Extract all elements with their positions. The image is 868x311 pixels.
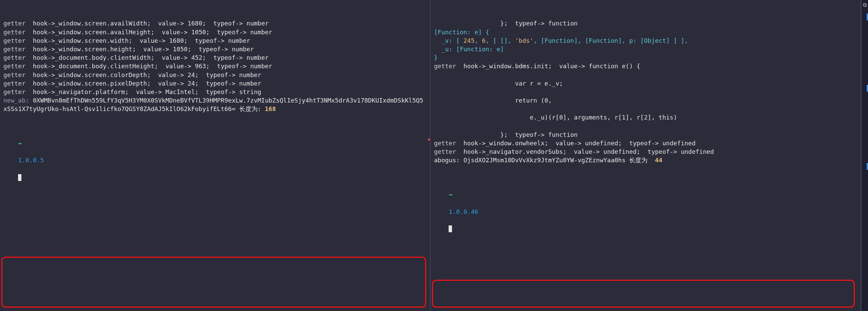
- console-token: 168: [265, 105, 276, 112]
- console-token: getter: [3, 54, 25, 61]
- console-token: [206, 20, 213, 27]
- console-token: [25, 88, 33, 95]
- terminal-pane-left[interactable]: getter hook->_window.screen.availWidth; …: [0, 0, 431, 311]
- console-token: [25, 29, 33, 36]
- console-token: [552, 62, 559, 70]
- console-token: [198, 71, 206, 78]
- console-token: typeof-> number: [217, 62, 273, 70]
- console-token: [25, 20, 33, 27]
- console-token: hook->_window.screen.availWidth;: [33, 20, 151, 27]
- console-token: , [ [],: [486, 37, 515, 44]
- console-token: value-> 24;: [158, 71, 198, 78]
- console-line: getter hook->_window.screen.pixelDepth; …: [3, 79, 427, 88]
- console-token: getter: [3, 80, 25, 87]
- console-token: OjsdXO2JMsm10DvVvXkz9JtmYZu0YW-vgZEznwYa…: [464, 157, 629, 164]
- console-token: 245: [464, 37, 475, 44]
- console-token: hook->_document.body.clientWidth;: [33, 54, 155, 61]
- terminal-output-right: }; typeof-> function[Function: e] { _v: …: [434, 19, 857, 164]
- console-token: abogus:: [434, 157, 464, 164]
- console-token: [25, 45, 33, 53]
- console-token: 0XWMBvn8mEfThDWn559LfY3qV5H3YM0X0SVkMDne…: [3, 97, 423, 112]
- console-token: ] ],: [670, 37, 688, 44]
- console-token: [210, 62, 217, 70]
- terminal-output-left: getter hook->_window.screen.availWidth; …: [3, 19, 427, 113]
- console-token: typeof-> undefined: [629, 140, 695, 147]
- console-token: 'bds': [515, 37, 533, 44]
- console-token: [198, 88, 206, 95]
- console-token: getter: [3, 29, 25, 36]
- console-token: 长度为: [629, 157, 655, 164]
- console-token: [434, 105, 438, 112]
- scroll-marker-error-icon: [428, 139, 430, 141]
- console-token: }: [434, 54, 438, 61]
- console-line: getter hook->_document.body.clientWidth;…: [3, 53, 427, 62]
- console-token: return (0,: [434, 97, 552, 104]
- console-token: value-> 1050;: [143, 45, 191, 53]
- side-panel-strip: ⧉: [861, 0, 868, 311]
- console-line: [434, 71, 857, 79]
- console-token: 6: [482, 37, 486, 44]
- console-token: getter: [3, 88, 25, 95]
- console-token: value-> 1680;: [158, 20, 206, 27]
- console-token: getter: [3, 20, 25, 27]
- console-token: getter: [434, 148, 456, 155]
- console-token: [136, 45, 143, 53]
- console-token: [456, 62, 464, 70]
- console-token: getter: [434, 140, 456, 147]
- console-token: e._u)(r[0], arguments, r[1], r[2], this): [434, 114, 677, 121]
- console-line: e._u)(r[0], arguments, r[1], r[2], this): [434, 113, 857, 122]
- console-token: [154, 29, 162, 36]
- console-line: getter hook->_window.screen.width; value…: [3, 36, 427, 45]
- cursor-icon: [449, 225, 452, 232]
- console-token: [434, 71, 438, 78]
- console-token: hook->_window.screen.colorDepth;: [33, 71, 151, 78]
- cursor-icon: [18, 174, 21, 181]
- console-token: [151, 20, 158, 27]
- console-token: hook->_document.body.clientHeight;: [33, 62, 158, 70]
- prompt-host: 1.0.0.5: [18, 157, 44, 164]
- console-token: hook->_navigator.platform;: [33, 88, 129, 95]
- console-token: [567, 148, 574, 155]
- console-line: return (0,: [434, 96, 857, 105]
- console-token: typeof-> number: [206, 71, 261, 78]
- console-token: typeof-> number: [198, 45, 254, 53]
- console-token: hook->_window.bdms.init;: [464, 62, 552, 70]
- console-token: getter: [3, 62, 25, 70]
- console-token: [151, 71, 158, 78]
- console-token: [Function: e] {: [434, 29, 489, 36]
- console-line: [434, 122, 857, 130]
- console-token: [434, 88, 438, 95]
- console-line: }; typeof-> function: [434, 130, 857, 139]
- console-line: getter hook->_window.onwheelx; value-> u…: [434, 139, 857, 147]
- console-token: [Function]: [585, 37, 622, 44]
- prompt-arrow-icon: →: [449, 191, 452, 198]
- console-token: [128, 88, 136, 95]
- highlight-box-left: [1, 257, 426, 308]
- console-line: getter hook->_navigator.vendorSubs; valu…: [434, 147, 857, 156]
- console-token: getter: [3, 45, 25, 53]
- console-line: var r = e._v;: [434, 79, 857, 88]
- console-token: , p:: [622, 37, 640, 44]
- terminal-pane-right[interactable]: }; typeof-> function[Function: e] { _v: …: [431, 0, 861, 311]
- console-token: ,: [578, 37, 585, 44]
- console-token: [25, 80, 33, 87]
- terminal-prompt-right[interactable]: → 1.0.0.46: [434, 182, 857, 241]
- console-token: [622, 140, 629, 147]
- console-line: _v: [ 245, 6, [ [], 'bds', [Function], […: [434, 36, 857, 45]
- console-line: abogus: OjsdXO2JMsm10DvVvXkz9JtmYZu0YW-v…: [434, 156, 857, 164]
- console-token: [456, 140, 464, 147]
- console-token: value-> 452;: [162, 54, 206, 61]
- console-token: [132, 37, 140, 44]
- console-token: hook->_window.onwheelx;: [464, 140, 548, 147]
- console-token: _u:: [434, 45, 456, 53]
- console-line: [434, 88, 857, 96]
- console-token: typeof-> number: [213, 54, 269, 61]
- panel-toggle-icon[interactable]: ⧉: [862, 0, 868, 9]
- scroll-marker-icon: [867, 163, 868, 170]
- terminal-prompt-left[interactable]: → 1.0.0.5: [3, 130, 427, 190]
- highlight-box-right: [432, 280, 855, 308]
- console-token: var r = e._v;: [434, 80, 563, 87]
- console-token: [151, 80, 158, 87]
- console-token: typeof-> number: [206, 80, 261, 87]
- console-token: value-> function e() {: [559, 62, 640, 70]
